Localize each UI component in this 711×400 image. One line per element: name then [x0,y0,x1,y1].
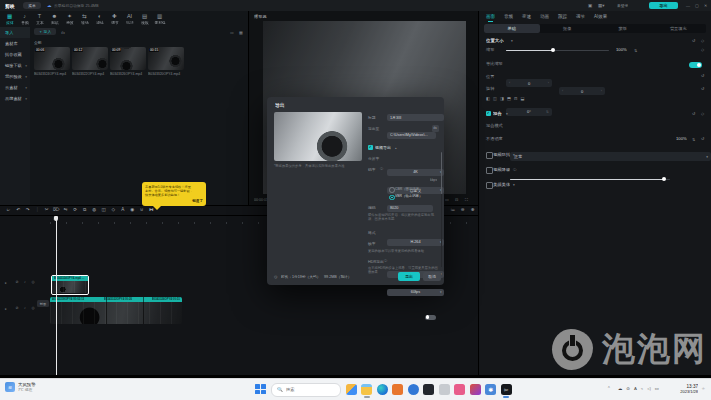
dialog-export-button[interactable]: 导出 [398,272,420,281]
folder-icon[interactable]: 🗀 [61,30,65,35]
blend-checkbox[interactable]: ✓ [486,111,491,116]
sidebar-item-link[interactable]: 链接下载▾ [0,60,30,71]
name-input[interactable]: 1月3日 [387,114,444,121]
opacity-slider[interactable] [510,179,670,180]
hdr-toggle[interactable] [425,315,436,320]
hide-icon[interactable]: ◎ [29,306,37,310]
stepper-icon[interactable]: ⇅ [634,48,637,53]
select-tool-icon[interactable]: ▻ [4,207,14,212]
lock-icon[interactable]: ⊘ [13,280,21,284]
import-button[interactable]: ＋ 导入 [34,28,56,35]
ribbon-tab-audio[interactable]: ♪音频 [17,13,32,25]
crop-icon[interactable]: ⧉ [80,207,90,212]
section-stabilize[interactable]: 视频防抖 [493,152,510,157]
fit-icon[interactable]: ⊡ [455,197,458,202]
ribbon-tab-transition[interactable]: ⇆转场 [77,13,92,25]
tab-video[interactable]: 画面 [486,14,495,19]
tray-language-icon[interactable]: A [634,386,637,391]
ribbon-tab-media[interactable]: ▦媒体 [2,13,17,25]
tooltip-dismiss-button[interactable]: 知道了 [145,199,203,203]
cbr-radio[interactable] [389,187,395,193]
reset-icon[interactable]: ↺ [701,86,704,91]
media-item[interactable]: 00:12 B0343322OPY4.mp4 [72,47,108,76]
list-view-icon[interactable]: ≔ [230,30,234,35]
taskbar-app-red[interactable] [470,384,481,395]
chevron-up-icon[interactable]: ▴ [395,146,397,150]
sidebar-item-favorites[interactable]: 抖音收藏 [0,49,30,60]
media-item[interactable]: 00:06 B0343324OPY4.mp4 [34,47,70,76]
maximize-button[interactable]: ▢ [695,3,699,8]
playhead[interactable] [56,216,57,375]
rotate-icon[interactable]: ⟳ [71,207,81,212]
split-icon[interactable]: ✂ [42,207,52,212]
reset-icon[interactable]: ↺ [701,136,704,141]
sidebar-item-import[interactable]: 导入 [0,27,30,38]
taskbar-app-explorer[interactable] [361,384,372,395]
zoom-out-icon[interactable]: ⊖ [458,207,468,212]
pip-clip-selected[interactable]: B0343324OPY4.mp4 00:03 [51,275,89,295]
uniform-scale-toggle[interactable] [689,62,702,68]
align-left-icon[interactable]: ◧ [486,96,490,101]
scale-slider[interactable] [506,50,609,51]
delete-icon[interactable]: ⌦ [52,207,62,212]
hide-icon[interactable]: ◎ [29,280,37,284]
section-transform-title[interactable]: 位置大小 [486,38,504,43]
ribbon-tab-pack[interactable]: ▥素材包 [152,13,167,25]
ribbon-tab-sticker[interactable]: ☻贴纸 [47,13,62,25]
player-tab[interactable]: 播放器 [254,14,267,19]
position-y-field[interactable]: ‹0› [559,87,605,95]
align-bottom-icon[interactable]: ⬓ [520,96,524,101]
header-export-button[interactable]: 导出 [649,2,678,9]
fullscreen-icon[interactable]: ⛶ [465,197,468,202]
track-collapse-icon[interactable]: ▸ [2,281,10,285]
resolution-dropdown[interactable]: 4K ▾ [387,169,444,176]
stabilize-checkbox[interactable] [486,152,493,159]
tray-bluetooth-icon[interactable]: ⊙ [626,386,630,391]
blend-mode-dropdown[interactable]: 正常 ▾ [510,152,711,161]
fps-dropdown[interactable]: 60fps ▾ [387,289,444,296]
grid-view-icon[interactable]: ▦ [239,30,243,35]
section-denoise[interactable]: 视频降噪 [493,167,510,172]
minimize-button[interactable]: — [686,3,690,8]
taskbar-app-edge[interactable] [377,384,388,395]
ribbon-tab-filter[interactable]: ◐滤镜 [92,13,107,25]
denoise-checkbox[interactable] [486,167,493,174]
tab-speed[interactable]: 变速 [522,14,531,19]
clock-widget[interactable]: 13:37 2023/1/28 [666,384,698,394]
align-top-icon[interactable]: ⬒ [507,96,511,101]
align-center-v-icon[interactable]: ⊟ [514,96,518,101]
keyframe-icon[interactable]: ◇ [109,207,119,212]
lock-icon[interactable]: ⊘ [13,306,21,310]
browse-folder-button[interactable]: 🗀 [432,125,439,132]
align-right-icon[interactable]: ◨ [500,96,504,101]
media-item[interactable]: 00:15 B0343320OPY4.mp4 [148,47,184,76]
undo-icon[interactable]: ↶ [14,207,24,212]
taskbar-app-settings[interactable]: ✱ [485,384,496,395]
taskbar-app-dark[interactable] [423,384,434,395]
redo-icon[interactable]: ↷ [23,207,33,212]
taskbar-app-pink[interactable] [454,384,465,395]
mask-icon[interactable]: ◍ [90,207,100,212]
video-export-checkbox[interactable]: ✓ [368,145,373,150]
tray-expand-icon[interactable]: ⌃ [607,386,611,391]
segment-mask[interactable]: 蒙版 [595,24,651,33]
tab-adjust[interactable]: 调节 [576,14,585,19]
tray-onedrive-icon[interactable]: ☁ [618,386,622,391]
bitrate-input[interactable]: 8020 [387,205,433,212]
start-button[interactable] [255,384,267,396]
cover-button[interactable]: 封面 [37,300,49,307]
main-video-strip[interactable]: A0343318OPY4 00:02:13 B0343322OPY4 00:26… [50,297,182,324]
section-beauty[interactable]: 美颜美体 [493,182,510,187]
segment-background[interactable]: 背景填充 [651,24,707,33]
keyframe-icon[interactable]: ◇ [701,38,704,43]
section-blend-title[interactable]: 混合 [493,111,502,116]
layout-dropdown-icon[interactable]: ▦▾ [598,3,605,8]
close-button[interactable]: ✕ [704,3,707,8]
tray-battery-icon[interactable]: ▭ [655,386,659,391]
member-status[interactable]: 未登录 [617,3,628,8]
ribbon-tab-template[interactable]: ▤模板 [137,13,152,25]
dialog-cancel-button[interactable]: 取消 [423,272,441,281]
taskbar-app-blue[interactable] [408,384,419,395]
taskbar-app-widgets[interactable] [346,384,357,395]
menu-button[interactable]: 菜单 [23,2,41,9]
